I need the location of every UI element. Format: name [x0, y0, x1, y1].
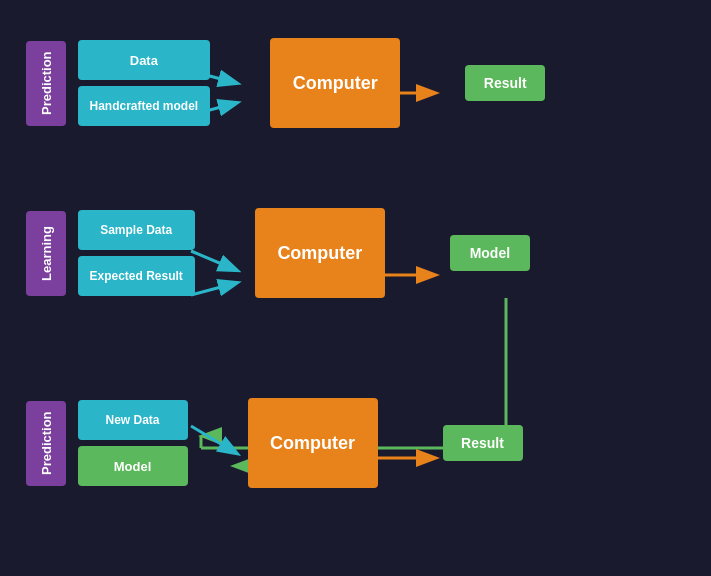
inputs-col-1: Data Handcrafted model: [78, 40, 211, 126]
result-box-1: Result: [465, 65, 545, 101]
learning-label: Learning: [26, 211, 66, 296]
learning-row: Learning Sample Data Expected Result Com…: [26, 208, 530, 298]
handcrafted-model-box: Handcrafted model: [78, 86, 211, 126]
result-box-2: Result: [443, 425, 523, 461]
computer-box-3: Computer: [248, 398, 378, 488]
model-input-box: Model: [78, 446, 188, 486]
prediction-label-2: Prediction: [26, 401, 66, 486]
computer-box-2: Computer: [255, 208, 385, 298]
diagram: Prediction Data Handcrafted model Comput…: [16, 18, 696, 558]
new-data-box: New Data: [78, 400, 188, 440]
inputs-col-2: Sample Data Expected Result: [78, 210, 195, 296]
data-box-1: Data: [78, 40, 211, 80]
model-output-box: Model: [450, 235, 530, 271]
prediction-label-1: Prediction: [26, 41, 66, 126]
sample-data-box: Sample Data: [78, 210, 195, 250]
prediction-row-2: Prediction New Data Model Computer Resul…: [26, 398, 523, 488]
prediction-row-1: Prediction Data Handcrafted model Comput…: [26, 38, 546, 128]
expected-result-box: Expected Result: [78, 256, 195, 296]
computer-box-1: Computer: [270, 38, 400, 128]
inputs-col-3: New Data Model: [78, 400, 188, 486]
